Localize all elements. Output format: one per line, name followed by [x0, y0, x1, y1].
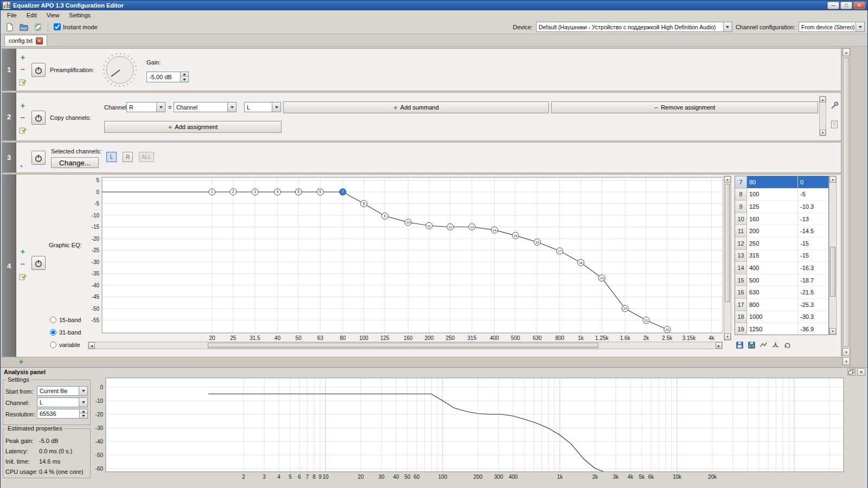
eq-table-row-10[interactable]: 10160-13 [735, 213, 828, 226]
scroll-up-icon[interactable]: ▲ [820, 97, 826, 102]
scrollbar-thumb[interactable] [830, 247, 835, 297]
dropdown-arrow-icon[interactable] [79, 387, 87, 395]
remove-assignment-button[interactable]: − Remove assignment [551, 101, 818, 113]
band-frequency-cell[interactable]: 400 [747, 262, 798, 274]
main-vertical-scrollbar[interactable]: ▲ ▼ ▼ [842, 48, 851, 365]
channel-chip-l[interactable]: L [106, 152, 117, 162]
band-gain-cell[interactable]: -10.3 [798, 201, 828, 213]
eq-band-marker-20[interactable]: 20 [622, 305, 628, 312]
scroll-down-icon[interactable]: ▼ [829, 328, 836, 335]
assignments-scrollbar[interactable]: ▲ ▼ [819, 96, 826, 136]
eq-table-row-14[interactable]: 14400-16.3 [735, 262, 828, 274]
band-frequency-cell[interactable]: 250 [747, 237, 798, 250]
eq-mode-radio-variable[interactable] [50, 342, 56, 348]
eq-table-row-18[interactable]: 181000-30.3 [735, 311, 828, 324]
band-frequency-cell[interactable]: 100 [747, 189, 798, 201]
text-view-button[interactable] [829, 119, 840, 130]
eq-band-marker-10[interactable]: 10 [405, 219, 411, 226]
eq-band-marker-2[interactable]: 2 [230, 189, 237, 195]
scrollbar-thumb[interactable] [843, 57, 850, 347]
scroll-up-icon[interactable]: ▲ [724, 176, 731, 183]
collapse-chevron-icon[interactable]: ▼ [20, 164, 23, 168]
close-panel-button[interactable]: ✕ [857, 368, 865, 376]
add-assignment-button[interactable]: + Add assignment [104, 121, 282, 133]
eq-mode-31-band[interactable]: 31-band [50, 326, 81, 338]
preamp-gain-spinbox[interactable]: -5,00 dB [146, 72, 189, 82]
add-summand-button[interactable]: + Add summand [283, 101, 549, 113]
menu-item-file[interactable]: File [2, 11, 22, 20]
scroll-up-icon[interactable]: ▲ [843, 48, 850, 56]
eq-band-marker-16[interactable]: 16 [534, 239, 540, 246]
eq-band-marker-4[interactable]: 4 [274, 189, 280, 195]
band-gain-cell[interactable]: -14.5 [798, 225, 828, 237]
preamp-gain-knob[interactable] [102, 52, 138, 88]
eq-table-row-7[interactable]: 7800 [735, 176, 828, 189]
import-response-button[interactable] [746, 340, 756, 350]
eq-band-marker-9[interactable]: 9 [381, 213, 388, 219]
band-frequency-cell[interactable]: 160 [747, 213, 798, 226]
eq-band-marker-17[interactable]: 17 [557, 248, 563, 254]
band-frequency-cell[interactable]: 800 [747, 299, 798, 311]
eq-graph-horizontal-scrollbar[interactable]: ◀ ▶ [88, 342, 723, 349]
band-frequency-cell[interactable]: 80 [747, 176, 798, 189]
eq-table-row-16[interactable]: 16630-21.5 [735, 286, 828, 299]
eq-table-row-9[interactable]: 9125-10.3 [735, 201, 828, 213]
dropdown-arrow-icon[interactable] [79, 398, 87, 407]
tab-config-txt[interactable]: config.txt ✕ [4, 35, 47, 46]
normalize-response-button[interactable] [770, 340, 780, 350]
dropdown-arrow-icon[interactable] [227, 102, 236, 112]
band-gain-cell[interactable]: -36.9 [798, 323, 828, 335]
dropdown-arrow-icon[interactable] [156, 102, 165, 112]
scroll-right-icon[interactable]: ▶ [716, 342, 722, 349]
device-dropdown-arrow-icon[interactable] [723, 22, 732, 31]
band-gain-cell[interactable]: -30.3 [798, 311, 828, 324]
close-button[interactable]: ✕ [853, 2, 865, 9]
scroll-left-icon[interactable]: ◀ [88, 342, 95, 349]
change-channels-button[interactable]: Change... [51, 157, 99, 168]
band-frequency-cell[interactable]: 315 [747, 250, 798, 262]
eq-band-marker-14[interactable]: 14 [491, 227, 497, 233]
band-frequency-cell[interactable]: 500 [747, 274, 798, 287]
eq-band-marker-6[interactable]: 6 [317, 189, 323, 195]
dropdown-arrow-icon[interactable] [272, 102, 280, 112]
eq-table-row-8[interactable]: 8100-5 [735, 189, 828, 201]
instant-mode-toggle[interactable]: Instant mode [54, 23, 98, 30]
add-filter-icon[interactable]: + [18, 53, 27, 62]
eq-table-row-11[interactable]: 11200-14.5 [735, 225, 828, 237]
source-type-select[interactable]: Channel [174, 102, 237, 112]
band-gain-cell[interactable]: -15 [798, 237, 828, 250]
remove-filter-icon[interactable]: − [18, 260, 27, 268]
eq-band-marker-12[interactable]: 12 [447, 224, 454, 230]
scroll-down-icon[interactable]: ▼ [724, 333, 731, 340]
new-file-button[interactable] [3, 21, 16, 33]
spin-up-icon[interactable] [79, 409, 87, 414]
band-frequency-cell[interactable]: 125 [747, 201, 798, 213]
menu-item-view[interactable]: View [42, 11, 65, 20]
band-frequency-cell[interactable]: 1250 [747, 323, 798, 335]
eq-table-row-12[interactable]: 12250-15 [735, 237, 828, 250]
undock-panel-button[interactable] [847, 368, 856, 376]
eq-band-marker-3[interactable]: 3 [252, 189, 258, 195]
save-file-button[interactable] [31, 21, 44, 33]
channel-config-select[interactable]: From device (Stereo) [799, 22, 865, 32]
source-channel-select[interactable]: L [244, 102, 281, 112]
band-frequency-cell[interactable]: 200 [747, 225, 798, 237]
eq-band-marker-22[interactable]: 22 [664, 326, 671, 333]
eq-band-marker-21[interactable]: 21 [643, 317, 649, 324]
spin-down-icon[interactable] [180, 77, 188, 82]
filter-power-button[interactable] [31, 256, 46, 270]
filter-power-button[interactable] [31, 63, 46, 77]
eq-table-row-17[interactable]: 17800-25.3 [735, 299, 828, 311]
eq-table-row-19[interactable]: 191250-36.9 [735, 323, 828, 335]
eq-graph[interactable]: 50-5-10-15-20-25-30-35-40-45-50-55202531… [88, 176, 723, 342]
spin-down-icon[interactable] [79, 414, 87, 418]
filter-power-button[interactable] [31, 151, 46, 165]
scroll-down-icon[interactable]: ▼ [843, 357, 850, 365]
channel-chip-all[interactable]: ALL [139, 152, 154, 162]
eq-mode-variable[interactable]: variable [50, 338, 81, 351]
invert-response-button[interactable] [758, 340, 768, 350]
band-gain-cell[interactable]: -18.7 [798, 274, 828, 287]
edit-filter-button[interactable] [18, 272, 28, 281]
start-from-select[interactable]: Current file [37, 386, 88, 396]
add-filter-icon[interactable]: + [17, 357, 25, 366]
